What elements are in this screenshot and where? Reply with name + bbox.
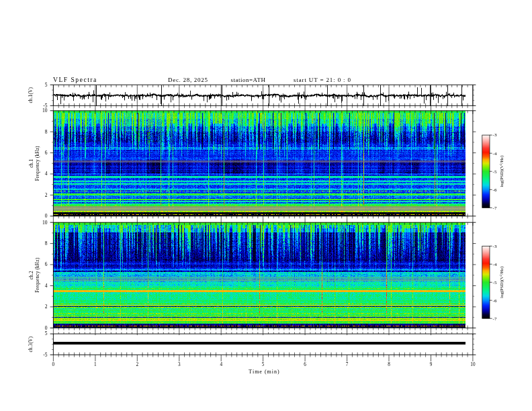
svg-text:ch.2: ch.2 <box>29 271 34 279</box>
svg-text:8: 8 <box>45 240 48 246</box>
svg-text:0: 0 <box>52 362 55 367</box>
svg-text:start UT = 21: 0 : 0: start UT = 21: 0 : 0 <box>294 77 351 83</box>
svg-text:4: 4 <box>220 362 222 367</box>
svg-text:0: 0 <box>45 325 48 331</box>
svg-text:-5: -5 <box>43 352 47 358</box>
svg-text:ch.3(V): ch.3(V) <box>29 336 34 353</box>
svg-text:10: 10 <box>42 220 48 226</box>
svg-text:6: 6 <box>304 362 306 367</box>
svg-text:-7: -7 <box>493 205 497 211</box>
svg-text:VLF Spectra: VLF Spectra <box>53 76 97 83</box>
svg-text:10: 10 <box>470 362 476 367</box>
svg-text:8: 8 <box>388 362 390 367</box>
svg-text:log(PSD)(V2/Hz): log(PSD)(V2/Hz) <box>499 156 504 187</box>
svg-text:0: 0 <box>45 213 48 219</box>
svg-text:-6: -6 <box>493 187 497 193</box>
svg-text:5: 5 <box>45 82 48 88</box>
svg-text:-4: -4 <box>493 262 497 267</box>
svg-text:6: 6 <box>45 150 48 156</box>
svg-text:Time (min): Time (min) <box>249 369 279 375</box>
svg-text:7: 7 <box>346 362 349 367</box>
svg-text:10: 10 <box>42 107 48 113</box>
svg-text:ch.1: ch.1 <box>29 159 34 168</box>
svg-text:ch.1(V): ch.1(V) <box>29 87 34 103</box>
svg-text:Frequency (kHz): Frequency (kHz) <box>35 146 40 181</box>
svg-text:station=ATH: station=ATH <box>231 77 266 83</box>
svg-text:3: 3 <box>178 362 181 367</box>
svg-text:-6: -6 <box>493 298 497 304</box>
svg-text:Dec. 28, 2025: Dec. 28, 2025 <box>168 77 208 83</box>
svg-text:2: 2 <box>45 304 48 310</box>
svg-text:log(PSD)(V2/Hz): log(PSD)(V2/Hz) <box>499 267 504 298</box>
svg-text:4: 4 <box>45 283 48 289</box>
svg-text:4: 4 <box>45 171 48 177</box>
svg-text:6: 6 <box>45 261 48 267</box>
svg-text:2: 2 <box>136 362 139 367</box>
svg-text:-3: -3 <box>493 244 497 249</box>
svg-text:-5: -5 <box>493 280 497 285</box>
svg-text:-3: -3 <box>493 132 497 138</box>
svg-text:9: 9 <box>430 362 433 367</box>
svg-text:2: 2 <box>45 192 48 198</box>
svg-text:8: 8 <box>45 129 48 135</box>
svg-text:-4: -4 <box>493 151 497 156</box>
svg-text:-7: -7 <box>493 316 497 322</box>
svg-text:Frequency (kHz): Frequency (kHz) <box>35 257 40 292</box>
svg-text:-5: -5 <box>493 169 497 175</box>
svg-text:5: 5 <box>45 330 48 336</box>
svg-text:1: 1 <box>94 362 97 367</box>
svg-text:5: 5 <box>262 362 265 367</box>
